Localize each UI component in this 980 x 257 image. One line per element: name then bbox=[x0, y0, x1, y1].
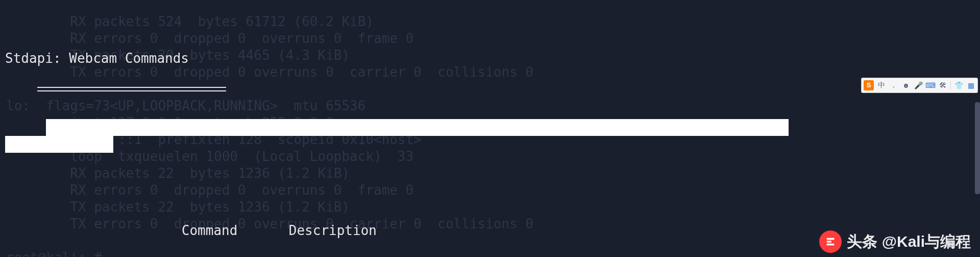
ime-separator bbox=[950, 81, 951, 89]
face-icon[interactable]: ☻ bbox=[901, 81, 911, 90]
watermark: 头条 @Kali与编程 bbox=[819, 230, 971, 253]
ime-lang-toggle[interactable]: 中 bbox=[877, 81, 886, 90]
selection-highlight-row3-left bbox=[5, 136, 113, 153]
selection-highlight-row2 bbox=[46, 119, 789, 136]
scrollbar-thumb[interactable] bbox=[975, 102, 980, 194]
skin-icon[interactable]: 👕 bbox=[954, 81, 963, 90]
section-title-underline bbox=[37, 87, 226, 91]
header-description: Description bbox=[289, 223, 377, 238]
section-title: Stdapi: Webcam Commands bbox=[5, 50, 641, 67]
mic-icon[interactable]: 🎤 bbox=[914, 81, 923, 90]
ime-toolbar[interactable]: S 中 ， ☻ 🎤 ⌨ 🛠 👕 ▦ bbox=[861, 78, 978, 93]
sogou-logo-icon[interactable]: S bbox=[864, 80, 874, 90]
scrollbar-track[interactable] bbox=[975, 0, 980, 257]
toutiao-logo-icon bbox=[819, 230, 842, 253]
watermark-text: 头条 @Kali与编程 bbox=[847, 231, 971, 252]
keyboard-icon[interactable]: ⌨ bbox=[926, 81, 935, 90]
commands-table: Command Description record_micRecord aud… bbox=[38, 155, 641, 257]
ime-punct-toggle[interactable]: ， bbox=[889, 81, 898, 90]
toolbox-icon[interactable]: 🛠 bbox=[938, 81, 947, 90]
table-header: Command Description bbox=[38, 189, 641, 257]
grid-icon[interactable]: ▦ bbox=[966, 81, 975, 90]
